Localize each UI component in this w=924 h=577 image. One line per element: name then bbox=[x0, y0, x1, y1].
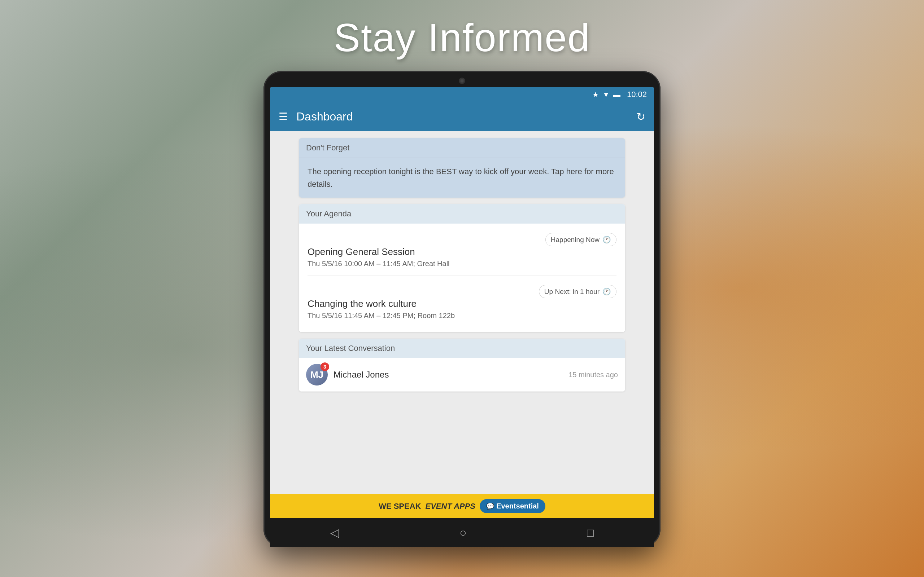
conversation-name: Michael Jones bbox=[333, 370, 563, 380]
agenda-divider bbox=[307, 275, 617, 276]
dont-forget-card[interactable]: Don't Forget The opening reception tonig… bbox=[299, 138, 625, 198]
clock-icon-2: 🕐 bbox=[603, 287, 611, 296]
nav-bar: ◁ ○ □ bbox=[270, 518, 654, 547]
page-headline: Stay Informed bbox=[334, 15, 591, 60]
up-next-label: Up Next: in 1 hour bbox=[544, 288, 599, 296]
bluetooth-icon: ★ bbox=[592, 90, 599, 99]
tablet-device: ★ ▼ ▬ 10:02 ☰ Dashboard ↻ Don't Forget T… bbox=[263, 71, 661, 547]
agenda-card: Your Agenda Happening Now 🕐 Opening Gene… bbox=[299, 204, 625, 332]
conversation-item-1[interactable]: MJ 3 Michael Jones 15 minutes ago bbox=[299, 358, 625, 392]
nav-recent-button[interactable]: □ bbox=[587, 526, 594, 540]
agenda-body: Happening Now 🕐 Opening General Session … bbox=[299, 224, 625, 332]
conversation-header: Your Latest Conversation bbox=[299, 338, 625, 358]
wifi-icon: ▼ bbox=[603, 90, 610, 99]
conversation-time: 15 minutes ago bbox=[569, 371, 618, 379]
session-title-1: Opening General Session bbox=[307, 246, 617, 258]
status-time: 10:02 bbox=[627, 90, 647, 99]
session-title-2: Changing the work culture bbox=[307, 298, 617, 309]
tablet-screen: ★ ▼ ▬ 10:02 ☰ Dashboard ↻ Don't Forget T… bbox=[270, 87, 654, 518]
content-area: Don't Forget The opening reception tonig… bbox=[270, 131, 654, 494]
happening-now-label: Happening Now bbox=[551, 236, 599, 244]
hamburger-icon[interactable]: ☰ bbox=[279, 111, 288, 122]
ad-brand-button[interactable]: Eventsential bbox=[480, 499, 545, 513]
app-bar: ☰ Dashboard ↻ bbox=[270, 102, 654, 131]
clock-icon-1: 🕐 bbox=[603, 235, 611, 244]
status-bar: ★ ▼ ▬ 10:02 bbox=[270, 87, 654, 102]
session-details-2: Thu 5/5/16 11:45 AM – 12:45 PM; Room 122… bbox=[307, 311, 617, 320]
agenda-item-1[interactable]: Happening Now 🕐 Opening General Session … bbox=[307, 227, 617, 272]
refresh-icon[interactable]: ↻ bbox=[636, 110, 645, 123]
battery-icon: ▬ bbox=[613, 90, 620, 99]
app-title: Dashboard bbox=[296, 110, 636, 123]
tablet-camera bbox=[459, 77, 465, 84]
happening-now-badge: Happening Now 🕐 bbox=[545, 233, 617, 246]
ad-event-apps: EVENT APPS bbox=[425, 501, 475, 511]
conversation-card: Your Latest Conversation MJ 3 Michael Jo… bbox=[299, 338, 625, 392]
ad-we-speak: WE SPEAK bbox=[379, 501, 421, 511]
avatar-wrap: MJ 3 bbox=[306, 364, 328, 385]
ad-banner[interactable]: WE SPEAK EVENT APPS Eventsential bbox=[270, 494, 654, 518]
dont-forget-body: The opening reception tonight is the BES… bbox=[299, 158, 625, 198]
up-next-badge: Up Next: in 1 hour 🕐 bbox=[539, 285, 617, 298]
status-icons: ★ ▼ ▬ 10:02 bbox=[592, 90, 647, 99]
session-details-1: Thu 5/5/16 10:00 AM – 11:45 AM; Great Ha… bbox=[307, 259, 617, 268]
nav-back-button[interactable]: ◁ bbox=[330, 526, 339, 540]
avatar-badge: 3 bbox=[320, 363, 329, 371]
nav-home-button[interactable]: ○ bbox=[459, 526, 466, 540]
dont-forget-header: Don't Forget bbox=[299, 138, 625, 158]
agenda-item-2[interactable]: Up Next: in 1 hour 🕐 Changing the work c… bbox=[307, 279, 617, 324]
agenda-header: Your Agenda bbox=[299, 204, 625, 224]
